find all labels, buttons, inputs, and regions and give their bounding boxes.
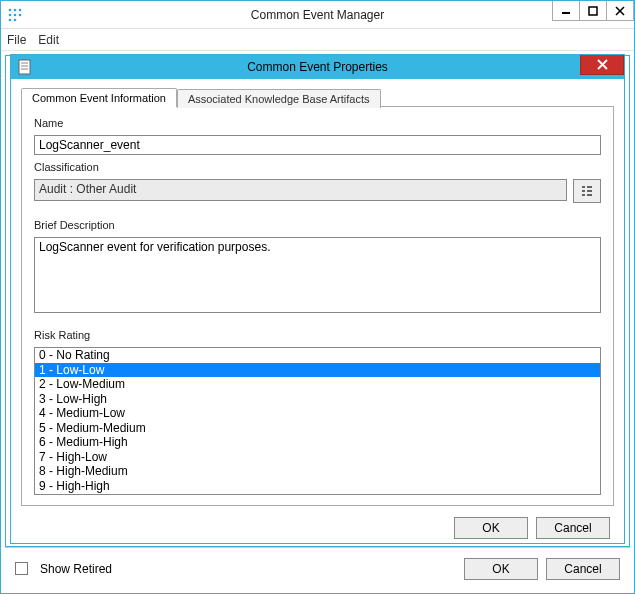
classification-label: Classification <box>34 161 601 173</box>
svg-point-1 <box>14 8 17 11</box>
app-icon <box>1 1 29 29</box>
inner-dialog-title: Common Event Properties <box>11 60 624 74</box>
risk-item[interactable]: 4 - Medium-Low <box>35 406 600 421</box>
minimize-button[interactable] <box>552 1 580 21</box>
risk-item[interactable]: 1 - Low-Low <box>35 363 600 378</box>
description-input[interactable] <box>34 237 601 313</box>
risk-item[interactable]: 3 - Low-High <box>35 392 600 407</box>
show-retired-label: Show Retired <box>40 562 112 576</box>
menu-edit[interactable]: Edit <box>38 33 59 47</box>
svg-point-0 <box>9 8 12 11</box>
risk-rating-list[interactable]: 0 - No Rating1 - Low-Low2 - Low-Medium3 … <box>34 347 601 495</box>
svg-rect-9 <box>589 7 597 15</box>
svg-point-3 <box>9 13 12 16</box>
name-label: Name <box>34 117 601 129</box>
inner-body: Common Event Information Associated Know… <box>11 79 624 512</box>
description-label: Brief Description <box>34 219 601 231</box>
svg-point-2 <box>19 8 22 11</box>
classification-browse-button[interactable] <box>573 179 601 203</box>
inner-ok-button[interactable]: OK <box>454 517 528 539</box>
name-input[interactable] <box>34 135 601 155</box>
maximize-button[interactable] <box>579 1 607 21</box>
svg-point-5 <box>19 13 22 16</box>
outer-footer: Show Retired OK Cancel <box>5 547 630 589</box>
svg-point-4 <box>14 13 17 16</box>
classification-input[interactable]: Audit : Other Audit <box>34 179 567 201</box>
risk-rating-label: Risk Rating <box>34 329 601 341</box>
menubar: File Edit <box>1 29 634 51</box>
tab-row: Common Event Information Associated Know… <box>21 87 614 106</box>
outer-titlebar: Common Event Manager <box>1 1 634 29</box>
risk-item[interactable]: 7 - High-Low <box>35 450 600 465</box>
inner-close-button[interactable] <box>580 55 624 75</box>
tab-panel: Name Classification Audit : Other Audit <box>21 106 614 506</box>
properties-icon <box>13 55 37 79</box>
svg-point-7 <box>14 18 17 21</box>
window-controls <box>553 1 634 21</box>
menu-file[interactable]: File <box>7 33 26 47</box>
svg-rect-12 <box>19 60 30 74</box>
risk-item[interactable]: 2 - Low-Medium <box>35 377 600 392</box>
tab-common-event-info[interactable]: Common Event Information <box>21 88 177 107</box>
inner-titlebar: Common Event Properties <box>11 55 624 79</box>
risk-item[interactable]: 0 - No Rating <box>35 348 600 363</box>
outer-ok-button[interactable]: OK <box>464 558 538 580</box>
inner-cancel-button[interactable]: Cancel <box>536 517 610 539</box>
classification-row: Audit : Other Audit <box>34 179 601 203</box>
tab-kb-artifacts[interactable]: Associated Knowledge Base Artifacts <box>177 89 381 108</box>
show-retired-checkbox[interactable] <box>15 562 28 575</box>
risk-item[interactable]: 9 - High-High <box>35 479 600 494</box>
risk-item[interactable]: 8 - High-Medium <box>35 464 600 479</box>
outer-window-title: Common Event Manager <box>1 8 634 22</box>
inner-dialog: Common Event Properties Common Event Inf… <box>10 54 625 544</box>
svg-point-6 <box>9 18 12 21</box>
risk-item[interactable]: 6 - Medium-High <box>35 435 600 450</box>
outer-cancel-button[interactable]: Cancel <box>546 558 620 580</box>
inner-footer: OK Cancel <box>11 512 624 543</box>
risk-item[interactable]: 5 - Medium-Medium <box>35 421 600 436</box>
close-button[interactable] <box>606 1 634 21</box>
